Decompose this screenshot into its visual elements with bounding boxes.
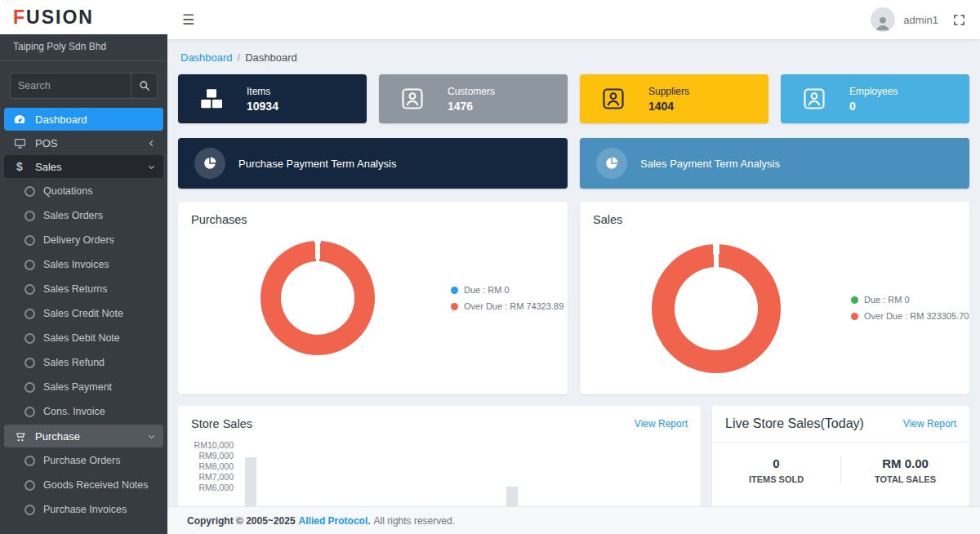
search-button[interactable] <box>131 73 158 99</box>
live-store-sales-card: Live Store Sales(Today) View Report 0 IT… <box>712 406 969 506</box>
username[interactable]: admin1 <box>903 14 938 26</box>
sidebar-item-sales-payment[interactable]: Sales Payment <box>0 375 167 399</box>
sidebar-item-sales-orders[interactable]: Sales Orders <box>0 203 167 228</box>
y-axis-tick: RM8,000 <box>198 462 234 471</box>
sidebar-item-delivery-orders[interactable]: Delivery Orders <box>0 228 167 252</box>
sidebar-item-label: Sales Debit Note <box>43 332 120 344</box>
dollar-icon: $ <box>11 160 28 173</box>
store-sales-header: Store Sales View Report <box>178 406 701 437</box>
live-store-sales-stats: 0 ITEMS SOLD RM 0.00 TOTAL SALES <box>712 443 969 484</box>
sales-legend: Due : RM 0 Over Due : RM 323305.70 <box>851 295 969 321</box>
stat-card-customers[interactable]: Customers 1476 <box>379 74 568 123</box>
store-sales-view-report-link[interactable]: View Report <box>635 418 688 429</box>
sales-payment-term-analysis-banner[interactable]: Sales Payment Term Analysis <box>580 138 969 189</box>
expand-icon <box>953 14 965 26</box>
sales-submenu: Quotations Sales Orders Delivery Orders … <box>0 179 167 424</box>
stat-card-employees[interactable]: Employees 0 <box>781 74 969 123</box>
content: Dashboard / Dashboard Items 10934 Cu <box>167 39 980 506</box>
avatar[interactable] <box>871 7 895 32</box>
pie-chart-icon <box>194 148 225 179</box>
sidebar-item-purchase-invoices[interactable]: Purchase Invoices <box>0 497 167 522</box>
stat-value: 0 <box>849 100 898 113</box>
circle-icon <box>24 235 35 246</box>
legend-item-due[interactable]: Due : RM 0 <box>851 295 969 305</box>
sidebar-item-label: POS <box>35 137 57 149</box>
legend-item-overdue[interactable]: Over Due : RM 323305.70 <box>851 311 969 321</box>
purchase-payment-term-analysis-banner[interactable]: Purchase Payment Term Analysis <box>178 138 568 189</box>
fullscreen-button[interactable] <box>953 14 965 26</box>
menu-toggle-button[interactable]: ☰ <box>182 13 194 27</box>
stat-label: Suppliers <box>648 86 689 97</box>
sidebar-item-goods-received-notes[interactable]: Goods Received Notes <box>0 473 167 497</box>
live-store-sales-view-report-link[interactable]: View Report <box>903 418 956 429</box>
y-axis-tick: RM9,000 <box>198 452 234 461</box>
circle-icon <box>24 407 35 417</box>
legend-label: Over Due : RM 74323.89 <box>464 301 564 311</box>
sidebar-item-label: Purchase Invoices <box>43 504 127 515</box>
legend-label: Due : RM 0 <box>464 285 510 295</box>
rights-text: All rights reserved. <box>374 515 455 527</box>
stat-value: 1476 <box>448 100 495 113</box>
sidebar-item-sales-refund[interactable]: Sales Refund <box>0 350 167 375</box>
user-silhouette-icon <box>874 14 892 32</box>
total-sales-stat: RM 0.00 TOTAL SALES <box>840 456 969 484</box>
y-axis-tick: RM10,000 <box>194 441 234 450</box>
legend-dot-icon <box>451 287 458 294</box>
sidebar-item-label: Sales Returns <box>43 283 108 295</box>
banner-label: Purchase Payment Term Analysis <box>238 158 396 170</box>
sidebar-item-dashboard[interactable]: Dashboard <box>4 108 163 131</box>
stat-text: Suppliers 1404 <box>648 86 689 113</box>
legend-item-due[interactable]: Due : RM 0 <box>451 285 564 295</box>
sales-donut-chart <box>652 244 781 373</box>
purchases-donut-chart <box>261 241 375 355</box>
sidebar-item-sales[interactable]: $ Sales <box>4 155 163 178</box>
sidebar-item-purchase[interactable]: Purchase <box>4 425 163 447</box>
sidebar-item-purchase-orders[interactable]: Purchase Orders <box>0 448 167 473</box>
user-area: admin1 <box>871 7 965 32</box>
sidebar-item-cons-invoice[interactable]: Cons. Invoice <box>0 399 167 424</box>
total-sales-value: RM 0.00 <box>841 456 969 470</box>
sidebar-item-quotations[interactable]: Quotations <box>0 179 167 203</box>
search-input[interactable] <box>10 73 131 99</box>
main-area: ☰ admin1 Dashboard / Dashboard <box>167 0 980 534</box>
dashboard-icon <box>11 113 28 126</box>
pie-chart-icon <box>596 148 627 179</box>
chart-title: Purchases <box>191 213 247 226</box>
logo-letter-f: F <box>13 7 26 29</box>
sidebar-item-sales-credit-note[interactable]: Sales Credit Note <box>0 301 167 326</box>
items-sold-value: 0 <box>712 456 840 470</box>
allied-protocol-link[interactable]: Allied Protocol. <box>299 515 371 527</box>
footer: Copyright © 2005~2025 Allied Protocol. A… <box>167 506 980 534</box>
store-sales-card: Store Sales View Report RM10,000 RM9,000… <box>178 406 701 506</box>
copyright-text: Copyright © 2005~2025 <box>187 515 296 527</box>
customers-person-icon <box>400 87 425 111</box>
store-sales-bar <box>245 457 256 506</box>
sidebar-menu: Dashboard POS $ Sales Quotations Sales O… <box>0 107 167 534</box>
stat-card-suppliers[interactable]: Suppliers 1404 <box>580 74 768 123</box>
banner-row: Purchase Payment Term Analysis Sales Pay… <box>178 138 969 189</box>
legend-dot-icon <box>451 303 458 310</box>
circle-icon <box>24 382 35 393</box>
breadcrumb: Dashboard / Dashboard <box>178 39 969 74</box>
purchases-legend: Due : RM 0 Over Due : RM 74323.89 <box>451 285 564 311</box>
store-sales-bar <box>506 487 518 506</box>
stat-label: Customers <box>448 86 495 97</box>
legend-item-overdue[interactable]: Over Due : RM 74323.89 <box>451 301 564 311</box>
sidebar-item-label: Quotations <box>43 185 92 197</box>
legend-label: Over Due : RM 323305.70 <box>864 311 969 321</box>
sidebar-item-sales-debit-note[interactable]: Sales Debit Note <box>0 326 167 350</box>
y-axis-tick: RM7,000 <box>198 473 234 482</box>
sidebar-item-pos[interactable]: POS <box>4 131 163 154</box>
circle-icon <box>24 186 35 197</box>
stat-card-items[interactable]: Items 10934 <box>178 74 367 123</box>
stat-label: Items <box>247 86 278 97</box>
stat-text: Employees 0 <box>849 86 898 113</box>
sidebar-item-sales-returns[interactable]: Sales Returns <box>0 277 167 301</box>
sidebar-item-label: Goods Received Notes <box>43 479 149 491</box>
circle-icon <box>24 480 35 491</box>
app-logo[interactable]: FUSION <box>0 0 167 34</box>
breadcrumb-root-link[interactable]: Dashboard <box>180 51 233 64</box>
sidebar-item-label: Purchase <box>35 430 80 443</box>
circle-icon <box>24 211 35 221</box>
sidebar-item-sales-invoices[interactable]: Sales Invoices <box>0 252 167 277</box>
